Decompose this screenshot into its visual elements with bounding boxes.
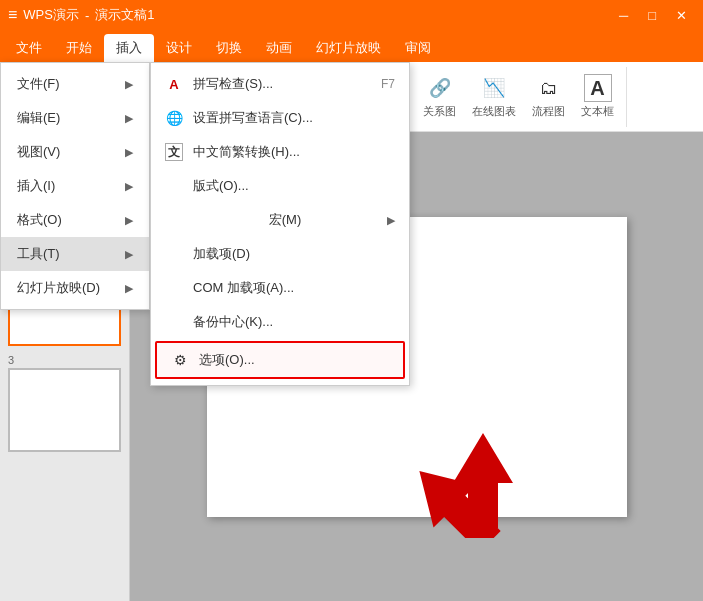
com-addins-icon [165, 279, 183, 297]
menu-item-tools[interactable]: 工具(T) ▶ [1, 237, 149, 271]
menu-item-slideshow[interactable]: 幻灯片放映(D) ▶ [1, 271, 149, 305]
menu-item-edit[interactable]: 编辑(E) ▶ [1, 101, 149, 135]
title-bar: ≡ WPS演示 - 演示文稿1 ─ □ ✕ [0, 0, 703, 30]
btn-textbox[interactable]: A 文本框 [575, 70, 620, 123]
btn-flowchart-label: 流程图 [532, 104, 565, 119]
btn-relation[interactable]: 🔗 关系图 [417, 70, 462, 123]
submenu-spell-lang[interactable]: 🌐 设置拼写查语言(C)... [151, 101, 409, 135]
ribbon-tabs: 文件 开始 插入 设计 切换 动画 幻灯片放映 审阅 [0, 30, 703, 62]
tab-insert[interactable]: 插入 [104, 34, 154, 62]
slide-thumb-3[interactable] [8, 368, 121, 453]
globe-icon: 🌐 [165, 109, 183, 127]
shortcut-label: F7 [381, 77, 395, 91]
tab-animation[interactable]: 动画 [254, 34, 304, 62]
title-separator: - [85, 8, 89, 23]
tab-transition[interactable]: 切换 [204, 34, 254, 62]
submenu-arrow-icon: ▶ [387, 214, 395, 227]
file-dropdown-menu: 文件(F) ▶ 编辑(E) ▶ 视图(V) ▶ 插入(I) ▶ 格式(O) ▶ … [0, 62, 150, 310]
minimize-btn[interactable]: ─ [611, 8, 636, 23]
submenu-label: 拼写检查(S)... [193, 75, 273, 93]
tab-design[interactable]: 设计 [154, 34, 204, 62]
submenu-label: 版式(O)... [193, 177, 249, 195]
tab-slideshow[interactable]: 幻灯片放映 [304, 34, 393, 62]
app-icon: ≡ [8, 6, 17, 24]
btn-flowchart[interactable]: 🗂 流程图 [526, 70, 571, 123]
submenu-backup[interactable]: 备份中心(K)... [151, 305, 409, 339]
flowchart-icon: 🗂 [535, 74, 563, 102]
arrow-icon: ▶ [125, 146, 133, 159]
btn-textbox-label: 文本框 [581, 104, 614, 119]
slide-number-3: 3 [8, 354, 121, 366]
gear-icon: ⚙ [171, 351, 189, 369]
submenu-label: 备份中心(K)... [193, 313, 273, 331]
backup-icon [165, 313, 183, 331]
tab-home[interactable]: 开始 [54, 34, 104, 62]
tab-review[interactable]: 审阅 [393, 34, 443, 62]
submenu-addins[interactable]: 加载项(D) [151, 237, 409, 271]
btn-onlinechart[interactable]: 📉 在线图表 [466, 70, 522, 123]
tab-file[interactable]: 文件 [4, 34, 54, 62]
layout-icon [165, 177, 183, 195]
arrow-icon: ▶ [125, 112, 133, 125]
onlinechart-icon: 📉 [480, 74, 508, 102]
menu-item-file[interactable]: 文件(F) ▶ [1, 67, 149, 101]
submenu-options[interactable]: ⚙ 选项(O)... [155, 341, 405, 379]
close-btn[interactable]: ✕ [668, 8, 695, 23]
arrow-icon: ▶ [125, 180, 133, 193]
relation-icon: 🔗 [426, 74, 454, 102]
menu-item-format[interactable]: 格式(O) ▶ [1, 203, 149, 237]
textbox-icon: A [584, 74, 612, 102]
submenu-label: 加载项(D) [193, 245, 250, 263]
submenu-label: COM 加载项(A)... [193, 279, 294, 297]
app-name: WPS演示 [23, 6, 79, 24]
submenu-spell-check[interactable]: A 拼写检查(S)... F7 [151, 67, 409, 101]
arrow-icon: ▶ [125, 282, 133, 295]
submenu-cn-convert[interactable]: 文 中文简繁转换(H)... [151, 135, 409, 169]
addins-icon [165, 245, 183, 263]
maximize-btn[interactable]: □ [640, 8, 664, 23]
cn-convert-icon: 文 [165, 143, 183, 161]
tools-submenu: A 拼写检查(S)... F7 🌐 设置拼写查语言(C)... 文 中文简繁转换… [150, 62, 410, 386]
btn-onlinechart-label: 在线图表 [472, 104, 516, 119]
submenu-com-addins[interactable]: COM 加载项(A)... [151, 271, 409, 305]
btn-relation-label: 关系图 [423, 104, 456, 119]
menu-item-insert[interactable]: 插入(I) ▶ [1, 169, 149, 203]
arrow-icon: ▶ [125, 78, 133, 91]
submenu-macro[interactable]: 宏(M) ▶ [151, 203, 409, 237]
arrow-icon: ▶ [125, 248, 133, 261]
macro-icon [165, 211, 183, 229]
arrow-icon: ▶ [125, 214, 133, 227]
menu-item-view[interactable]: 视图(V) ▶ [1, 135, 149, 169]
submenu-layout[interactable]: 版式(O)... [151, 169, 409, 203]
submenu-label: 设置拼写查语言(C)... [193, 109, 313, 127]
spell-check-icon: A [165, 75, 183, 93]
submenu-label: 选项(O)... [199, 351, 255, 369]
file-name: 演示文稿1 [95, 6, 154, 24]
submenu-label: 宏(M) [269, 211, 302, 229]
submenu-label: 中文简繁转换(H)... [193, 143, 300, 161]
